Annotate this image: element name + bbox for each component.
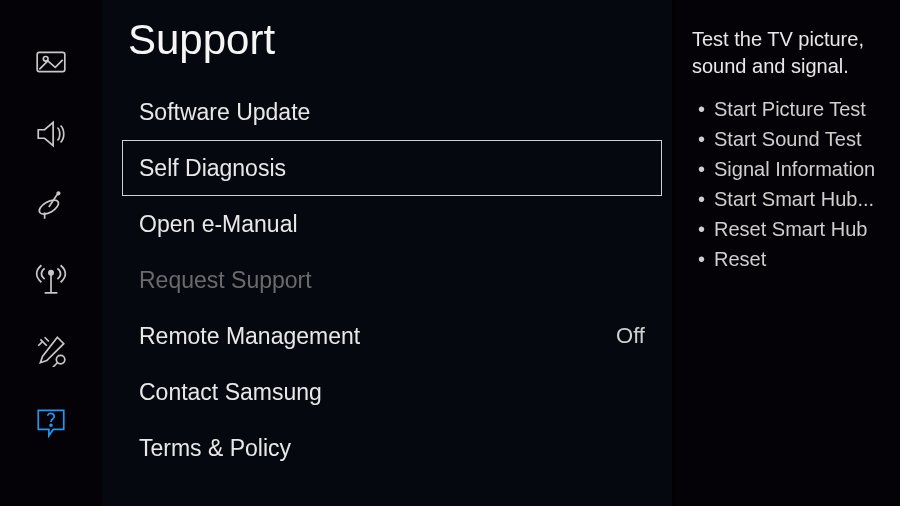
menu-item-software-update[interactable]: Software Update — [122, 84, 662, 140]
menu-item-terms-policy[interactable]: Terms & Policy — [122, 420, 662, 476]
detail-bullet: Start Sound Test — [692, 124, 880, 154]
support-icon[interactable] — [33, 404, 69, 440]
picture-icon[interactable] — [33, 44, 69, 80]
detail-bullet: Start Smart Hub... — [692, 184, 880, 214]
svg-point-4 — [49, 271, 53, 275]
menu-item-label: Request Support — [139, 267, 312, 294]
menu-item-request-support: Request Support — [122, 252, 662, 308]
menu-item-remote-management[interactable]: Remote Management Off — [122, 308, 662, 364]
detail-bullet: Start Picture Test — [692, 94, 880, 124]
detail-panel: Test the TV picture, sound and signal. S… — [672, 0, 900, 506]
menu-item-contact-samsung[interactable]: Contact Samsung — [122, 364, 662, 420]
detail-bullet: Reset — [692, 244, 880, 274]
settings-main-panel: Support Software Update Self Diagnosis O… — [102, 0, 672, 506]
detail-bullet-list: Start Picture Test Start Sound Test Sign… — [692, 94, 880, 274]
broadcasting-icon[interactable] — [33, 188, 69, 224]
detail-bullet: Signal Information — [692, 154, 880, 184]
menu-item-label: Remote Management — [139, 323, 360, 350]
menu-item-label: Self Diagnosis — [139, 155, 286, 182]
network-icon[interactable] — [33, 260, 69, 296]
detail-bullet: Reset Smart Hub — [692, 214, 880, 244]
system-icon[interactable] — [33, 332, 69, 368]
menu-item-label: Contact Samsung — [139, 379, 322, 406]
menu-item-label: Terms & Policy — [139, 435, 291, 462]
page-title: Support — [122, 16, 662, 64]
menu-item-label: Software Update — [139, 99, 310, 126]
menu-item-self-diagnosis[interactable]: Self Diagnosis — [122, 140, 662, 196]
sound-icon[interactable] — [33, 116, 69, 152]
svg-point-6 — [50, 424, 52, 426]
settings-category-sidebar — [0, 0, 102, 506]
detail-description: Test the TV picture, sound and signal. — [692, 26, 880, 80]
menu-item-label: Open e-Manual — [139, 211, 298, 238]
menu-item-value: Off — [616, 323, 645, 349]
svg-point-3 — [57, 192, 60, 195]
menu-item-open-emanual[interactable]: Open e-Manual — [122, 196, 662, 252]
